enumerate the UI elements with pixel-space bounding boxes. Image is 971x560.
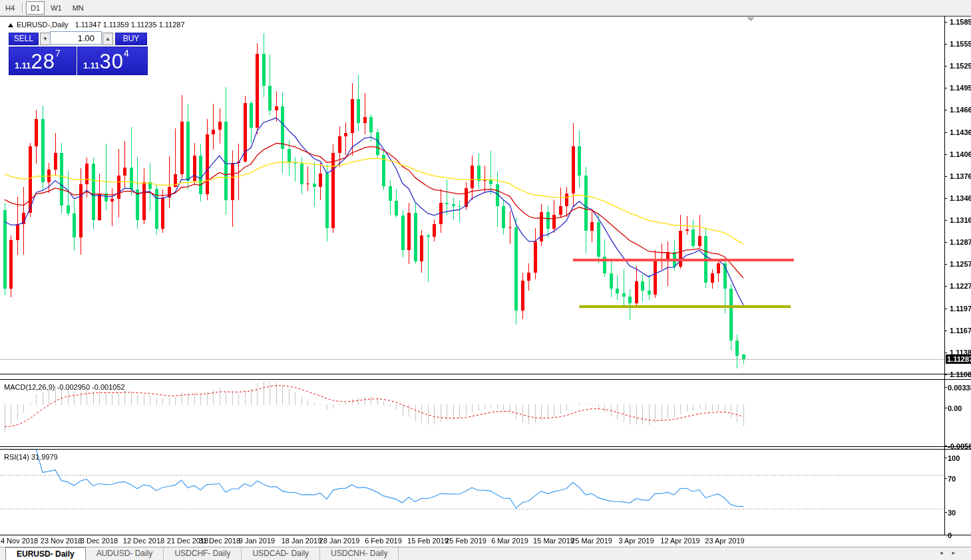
buy-price-prefix: 1.11 [83, 61, 100, 70]
chart-title: EURUSD-,Daily1.11347 1.11359 1.11235 1.1… [8, 21, 185, 29]
symbol-period-label: EURUSD-,Daily [17, 21, 69, 29]
ohlc-values: 1.11347 1.11359 1.11235 1.11287 [75, 21, 185, 29]
one-click-trade-panel: SELL ▼ 1.00 ▲ BUY 1.11287 1.11304 [5, 31, 149, 74]
volume-increase-button[interactable]: ▲ [102, 33, 113, 45]
trading-terminal-window: H4 D1 W1 MN EURUSD-,Daily1.11347 1.11359… [0, 0, 971, 560]
buy-price-pipette: 4 [124, 48, 129, 59]
buy-price-big-digits: 30 [100, 50, 124, 73]
buy-price-button[interactable]: 1.11304 [77, 47, 148, 75]
volume-input[interactable]: 1.00 [50, 31, 102, 45]
sell-price-prefix: 1.11 [15, 61, 31, 70]
sell-price-pipette: 7 [55, 48, 61, 59]
volume-decrease-button[interactable]: ▼ [40, 33, 51, 45]
sell-price-button[interactable]: 1.11287 [9, 47, 77, 75]
sell-button[interactable]: SELL [9, 33, 39, 45]
collapse-triangle-icon[interactable] [8, 23, 13, 27]
price-chart-canvas[interactable] [0, 0, 971, 560]
buy-button[interactable]: BUY [115, 33, 147, 45]
sell-price-big-digits: 28 [31, 50, 55, 73]
